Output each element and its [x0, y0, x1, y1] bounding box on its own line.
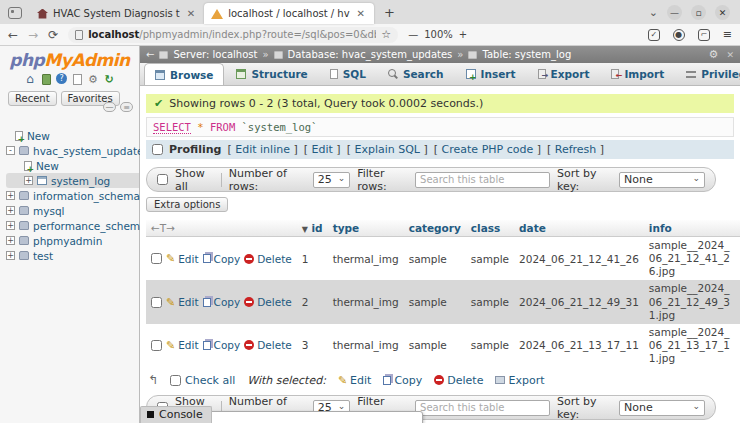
- column-header-info[interactable]: info: [644, 220, 740, 237]
- menu-hamburger-icon[interactable]: ≡: [723, 28, 732, 41]
- tree-item-information-schema[interactable]: + information_schema: [6, 188, 139, 203]
- minimize-button[interactable]: —: [667, 5, 682, 20]
- navigation-settings-icon[interactable]: ≡: [120, 102, 133, 112]
- refresh-link[interactable]: Refresh: [555, 143, 597, 156]
- tab-structure[interactable]: Structure: [226, 63, 317, 85]
- tree-item-system-log[interactable]: + system_log: [6, 173, 139, 188]
- show-all-checkbox[interactable]: [157, 174, 168, 185]
- expand-expander-icon[interactable]: +: [6, 221, 15, 230]
- account-icon[interactable]: ●: [673, 29, 685, 41]
- tab-import[interactable]: Import: [601, 63, 674, 85]
- filter-rows-input[interactable]: [415, 172, 550, 188]
- with-selected-edit-button[interactable]: Edit: [338, 374, 372, 387]
- firefox-view-icon[interactable]: [8, 7, 22, 19]
- column-header-id[interactable]: id: [312, 222, 323, 234]
- goto-top-icon[interactable]: [148, 373, 158, 387]
- back-icon[interactable]: ←: [8, 28, 18, 42]
- number-of-rows-select[interactable]: 25: [313, 172, 351, 188]
- edit-row-link[interactable]: Edit: [166, 339, 199, 352]
- breadcrumb-table[interactable]: Table: system_log: [482, 49, 571, 60]
- sort-by-key-select[interactable]: None: [619, 172, 705, 188]
- filter-rows-input[interactable]: [415, 400, 550, 416]
- column-header-type[interactable]: type: [328, 220, 404, 237]
- expand-expander-icon[interactable]: +: [6, 191, 15, 200]
- profiling-checkbox[interactable]: [152, 144, 163, 155]
- documentation-icon[interactable]: [73, 74, 82, 85]
- delete-row-link[interactable]: Delete: [244, 296, 292, 308]
- tab-close-icon[interactable]: ✕: [185, 8, 197, 19]
- breadcrumb-server[interactable]: Server: localhost: [173, 49, 257, 60]
- tab-search[interactable]: Search: [378, 63, 454, 85]
- edit-row-link[interactable]: Edit: [166, 252, 199, 265]
- zoom-level[interactable]: 100%: [424, 29, 453, 40]
- edit-inline-link[interactable]: Edit inline: [235, 143, 290, 156]
- tree-item-new-database[interactable]: New: [6, 128, 139, 143]
- check-all-label[interactable]: Check all: [185, 374, 235, 387]
- tab-sql[interactable]: SQL: [320, 63, 376, 85]
- zoom-out-button[interactable]: —: [408, 29, 418, 40]
- forward-icon[interactable]: →: [28, 28, 38, 42]
- reload-icon[interactable]: ⟳: [48, 28, 58, 42]
- settings-gear-icon[interactable]: [87, 73, 99, 85]
- tree-item-test[interactable]: + test: [6, 248, 139, 263]
- tab-list-chevron-icon[interactable]: ⌄: [649, 6, 658, 19]
- row-checkbox[interactable]: [151, 340, 162, 351]
- expand-expander-icon[interactable]: +: [6, 206, 15, 215]
- address-bar[interactable]: localhost/phpmyadmin/index.php?route=/sq…: [68, 27, 398, 43]
- tab-close-icon[interactable]: ✕: [355, 8, 367, 19]
- close-button[interactable]: ✕: [715, 5, 730, 20]
- home-icon[interactable]: [24, 73, 36, 85]
- column-header-class[interactable]: class: [466, 220, 514, 237]
- tree-item-performance-schema[interactable]: + performance_schema: [6, 218, 139, 233]
- maximize-button[interactable]: ▫: [691, 5, 706, 20]
- tab-browse[interactable]: Browse: [144, 63, 224, 85]
- copy-row-link[interactable]: Copy: [203, 339, 241, 351]
- delete-row-link[interactable]: Delete: [244, 339, 292, 351]
- expand-expander-icon[interactable]: +: [24, 176, 33, 185]
- tree-item-new-table[interactable]: New: [6, 158, 139, 173]
- with-selected-delete-button[interactable]: Delete: [434, 374, 483, 387]
- zoom-in-button[interactable]: +: [459, 29, 467, 40]
- explain-sql-link[interactable]: Explain SQL: [354, 143, 420, 156]
- copy-row-link[interactable]: Copy: [203, 253, 241, 265]
- expand-expander-icon[interactable]: +: [6, 236, 15, 245]
- help-icon[interactable]: [56, 73, 67, 84]
- tab-privileges[interactable]: Privileges: [676, 63, 740, 85]
- recent-tables-button[interactable]: Recent: [8, 91, 57, 106]
- edit-link[interactable]: Edit: [312, 143, 333, 156]
- collapse-navigation-icon[interactable]: [146, 49, 154, 60]
- create-php-code-link[interactable]: Create PHP code: [442, 143, 534, 156]
- check-all-checkbox[interactable]: [170, 375, 181, 386]
- copy-row-link[interactable]: Copy: [203, 296, 241, 308]
- sort-by-key-select[interactable]: None: [619, 400, 705, 416]
- reload-navigation-icon[interactable]: [103, 73, 115, 85]
- browser-tab-phpmyadmin[interactable]: localhost / localhost / hv ✕: [204, 3, 374, 24]
- tree-item-hvac-system-updates[interactable]: - hvac_system_updates: [6, 143, 139, 158]
- console-toggle[interactable]: Console: [140, 406, 212, 423]
- new-tab-button[interactable]: +: [384, 5, 395, 20]
- tab-export[interactable]: Export: [528, 63, 600, 85]
- column-header-date[interactable]: date: [514, 220, 644, 237]
- options-arrows-header[interactable]: ←T→: [151, 222, 175, 234]
- logout-icon[interactable]: [42, 74, 51, 85]
- tree-item-phpmyadmin[interactable]: + phpmyadmin: [6, 233, 139, 248]
- pocket-icon[interactable]: ✓: [648, 29, 660, 41]
- with-selected-copy-button[interactable]: Copy: [383, 374, 422, 387]
- column-header-category[interactable]: category: [404, 220, 466, 237]
- tab-insert[interactable]: Insert: [456, 63, 526, 85]
- row-checkbox[interactable]: [151, 253, 162, 264]
- browser-tab-hvac[interactable]: HVAC System Diagnosis t ✕: [30, 3, 204, 24]
- collapse-expander-icon[interactable]: -: [6, 146, 15, 155]
- page-settings-gear-icon[interactable]: [709, 48, 719, 61]
- sidebar-toggle-icon[interactable]: ⌐: [698, 29, 710, 41]
- row-checkbox[interactable]: [151, 297, 162, 308]
- edit-row-link[interactable]: Edit: [166, 296, 199, 309]
- phpmyadmin-logo[interactable]: phpMyAdmin: [0, 50, 139, 70]
- collapse-all-icon[interactable]: —: [103, 102, 116, 112]
- breadcrumb-database[interactable]: Database: hvac_system_updates: [288, 49, 453, 60]
- page-info-icon[interactable]: [75, 30, 83, 40]
- extra-options-button[interactable]: Extra options: [146, 197, 228, 212]
- tree-item-mysql[interactable]: + mysql: [6, 203, 139, 218]
- with-selected-export-button[interactable]: Export: [495, 374, 544, 387]
- close-panel-icon[interactable]: [726, 49, 734, 60]
